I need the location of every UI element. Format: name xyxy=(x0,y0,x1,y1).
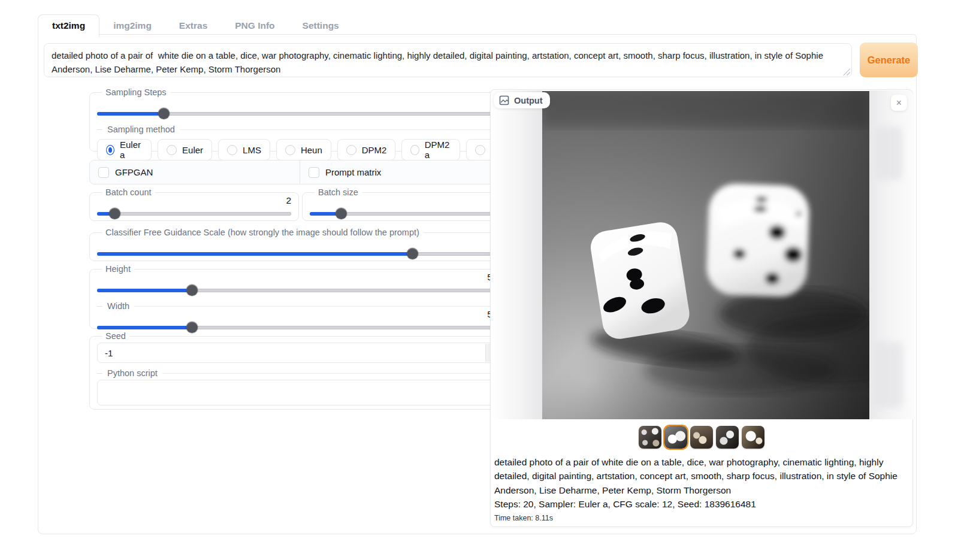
slider-thumb[interactable] xyxy=(186,284,198,296)
thumbnail-grid[interactable] xyxy=(639,426,661,449)
caption-params: Steps: 20, Sampler: Euler a, CFG scale: … xyxy=(494,497,909,511)
slider-thumb[interactable] xyxy=(407,248,418,259)
gfpgan-checkbox[interactable] xyxy=(98,167,109,178)
prompt-matrix-checkbox[interactable] xyxy=(309,167,319,178)
radio-icon[interactable] xyxy=(167,145,177,155)
cfg-group: Classifier Free Guidance Scale (how stro… xyxy=(89,228,510,261)
sampling-steps-label: Sampling Steps xyxy=(102,87,170,97)
batch-count-group: Batch count 2 xyxy=(89,187,299,221)
slider-thumb[interactable] xyxy=(336,208,347,219)
tab-txt2img[interactable]: txt2img xyxy=(38,14,99,37)
radio-icon[interactable] xyxy=(285,145,295,155)
width-value: 512 xyxy=(97,309,503,320)
close-icon[interactable]: × xyxy=(891,95,907,111)
radio-icon[interactable] xyxy=(227,145,237,155)
height-label: Height xyxy=(102,264,134,274)
radio-icon[interactable] xyxy=(106,145,114,155)
gallery-left-gutter xyxy=(491,90,542,419)
slider-fill xyxy=(97,326,192,329)
tab-img2img[interactable]: img2img xyxy=(99,15,165,37)
output-caption: detailed photo of a pair of white die on… xyxy=(494,455,909,524)
prompt-input[interactable]: detailed photo of a pair of white die on… xyxy=(44,44,851,77)
radio-icon[interactable] xyxy=(346,145,356,155)
python-script-label: Python script xyxy=(97,368,503,378)
caption-time: Time taken: 8.11s xyxy=(494,513,909,524)
generated-image[interactable] xyxy=(542,91,869,419)
batch-size-group: Batch size 2 xyxy=(302,187,510,221)
slider-fill xyxy=(97,289,192,292)
radio-euler-a[interactable]: Euler a xyxy=(97,139,152,161)
prompt-matrix-cell: Prompt matrix xyxy=(300,161,510,184)
prompt-matrix-label: Prompt matrix xyxy=(325,167,381,177)
output-panel: Output × detailed photo of a pair of whi… xyxy=(490,89,913,527)
cfg-label: Classifier Free Guidance Scale (how stro… xyxy=(102,228,423,237)
python-script-wrap xyxy=(97,380,503,405)
height-slider[interactable] xyxy=(97,284,503,296)
seed-group: Seed ⌃⌄ Python script xyxy=(89,331,510,410)
batch-count-slider[interactable] xyxy=(97,208,291,219)
height-value: 512 xyxy=(97,272,503,283)
gallery-right-gutter xyxy=(869,90,913,419)
radio-euler[interactable]: Euler xyxy=(158,139,212,161)
cfg-slider[interactable] xyxy=(97,248,503,259)
seed-input-wrap: ⌃⌄ xyxy=(97,343,503,363)
toggles-group: GFPGAN Prompt matrix xyxy=(89,160,510,184)
slider-fill xyxy=(97,252,412,256)
batch-size-label: Batch size xyxy=(315,187,362,197)
slider-thumb[interactable] xyxy=(158,108,170,119)
thumbnail[interactable] xyxy=(690,426,713,449)
output-header-chip: Output xyxy=(494,92,550,108)
prompt-input-wrap: detailed photo of a pair of white die on… xyxy=(44,43,852,77)
gfpgan-cell: GFPGAN xyxy=(90,161,300,184)
thumbnail[interactable] xyxy=(716,426,739,449)
output-label: Output xyxy=(514,96,543,105)
thumbnail[interactable] xyxy=(742,426,764,449)
tab-bar: txt2img img2img Extras PNG Info Settings xyxy=(38,14,353,37)
radio-icon[interactable] xyxy=(410,145,419,155)
slider-thumb[interactable] xyxy=(109,208,120,219)
dimensions-group: Height 512 Width 512 xyxy=(89,264,510,329)
txt2img-panel: detailed photo of a pair of white die on… xyxy=(38,34,917,534)
generate-button[interactable]: Generate xyxy=(860,43,918,77)
python-script-input[interactable] xyxy=(98,380,502,405)
tab-extras[interactable]: Extras xyxy=(165,15,221,37)
gallery-thumbnails xyxy=(491,426,912,449)
radio-lms[interactable]: LMS xyxy=(218,139,270,161)
radio-icon[interactable] xyxy=(475,145,485,155)
batch-count-label: Batch count xyxy=(102,187,155,197)
tab-settings[interactable]: Settings xyxy=(289,15,353,37)
thumbnail-selected[interactable] xyxy=(664,426,687,449)
slider-fill xyxy=(97,112,164,116)
gfpgan-label: GFPGAN xyxy=(115,167,153,177)
radio-heun[interactable]: Heun xyxy=(276,139,331,161)
image-icon xyxy=(499,95,509,105)
seed-input[interactable] xyxy=(98,343,502,362)
tab-png-info[interactable]: PNG Info xyxy=(221,15,288,37)
seed-label: Seed xyxy=(102,331,129,341)
batch-size-slider[interactable] xyxy=(310,208,503,219)
caption-prompt: detailed photo of a pair of white die on… xyxy=(494,455,909,497)
radio-dpm2[interactable]: DPM2 xyxy=(337,139,396,161)
slider-track[interactable] xyxy=(97,212,291,216)
radio-dpm2-a[interactable]: DPM2 a xyxy=(401,139,460,161)
